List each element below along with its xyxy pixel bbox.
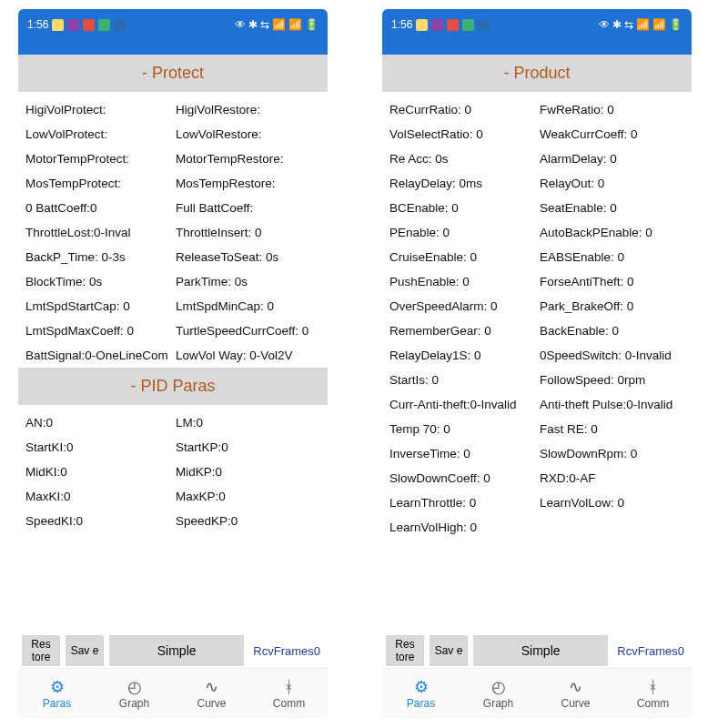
phone-right: 1:56 👁 ✱ ⇆ 📶 📶 🔋 - Product ReCurrRatio: … [382, 9, 692, 719]
param-cell[interactable]: SlowDownCoeff: 0 [389, 466, 534, 490]
param-cell[interactable]: BlockTime: 0s [25, 269, 170, 294]
param-cell[interactable]: ThrottleLost:0-Inval [25, 220, 170, 245]
param-cell[interactable]: LowVol Way: 0-Vol2V [176, 343, 320, 368]
gear-icon: ⚙ [50, 679, 65, 695]
signal-icon: 📶 [636, 18, 650, 31]
param-cell[interactable]: WeakCurrCoeff: 0 [540, 122, 684, 147]
param-cell[interactable]: LmtSpdStartCap: 0 [25, 294, 170, 318]
restore-button[interactable]: Res tore [22, 635, 60, 666]
param-cell[interactable]: RelayDelay1S: 0 [389, 343, 534, 368]
nav-paras[interactable]: ⚙ Paras [18, 669, 96, 719]
bluetooth-icon: ᚼ [648, 679, 658, 695]
param-cell[interactable]: FwReRatio: 0 [540, 97, 684, 122]
param-cell[interactable]: SeatEnable: 0 [540, 196, 684, 220]
notif-icon [52, 19, 64, 31]
param-cell[interactable]: RelayOut: 0 [540, 171, 684, 196]
nav-graph[interactable]: ◴ Graph [460, 669, 537, 719]
param-cell[interactable]: MaxKI:0 [25, 484, 170, 509]
param-cell[interactable]: AlarmDelay: 0 [540, 147, 684, 171]
param-cell[interactable]: StartKI:0 [25, 435, 170, 460]
param-cell[interactable]: LearnVolHigh: 0 [389, 515, 534, 540]
nav-curve[interactable]: ∿ Curve [537, 669, 614, 719]
param-cell[interactable]: Anti-theft Pulse:0-Invalid [540, 392, 684, 417]
notif-icon [416, 19, 428, 31]
param-cell[interactable]: LearnVolLow: 0 [540, 490, 684, 515]
param-cell[interactable]: MidKI:0 [25, 460, 170, 484]
param-cell[interactable]: MidKP:0 [176, 460, 320, 484]
param-cell[interactable]: AutoBackPEnable: 0 [540, 220, 684, 245]
param-cell[interactable]: RelayDelay: 0ms [389, 171, 534, 196]
param-cell[interactable]: LmtSpdMinCap: 0 [176, 294, 320, 318]
param-cell[interactable]: LM:0 [176, 410, 320, 435]
param-cell[interactable]: EABSEnable: 0 [540, 245, 684, 269]
param-cell[interactable]: HigiVolRestore: [176, 97, 320, 122]
notif-icon [431, 19, 443, 31]
param-cell[interactable]: LearnThrottle: 0 [389, 490, 534, 515]
param-cell[interactable]: BackP_Time: 0-3s [25, 245, 170, 269]
param-cell[interactable]: StartKP:0 [176, 435, 320, 460]
param-cell[interactable]: MotorTempProtect: [25, 147, 170, 171]
wifi-icon: ⇆ [624, 18, 633, 31]
param-cell[interactable]: PushEnable: 0 [389, 269, 534, 294]
param-cell[interactable]: CruiseEnable: 0 [389, 245, 534, 269]
param-cell[interactable]: AN:0 [25, 410, 170, 435]
param-cell[interactable] [540, 515, 684, 540]
wave-icon: ∿ [569, 679, 582, 695]
param-cell[interactable]: Fast RE: 0 [540, 417, 684, 441]
param-cell[interactable]: Park_BrakeOff: 0 [540, 294, 684, 318]
section-header-protect: - Protect [18, 55, 328, 92]
param-cell[interactable]: RememberGear: 0 [389, 318, 534, 343]
param-cell[interactable]: TurtleSpeedCurrCoeff: 0 [176, 318, 320, 343]
param-cell[interactable]: FollowSpeed: 0rpm [540, 368, 684, 392]
param-cell[interactable]: SpeedKP:0 [176, 509, 320, 533]
param-cell[interactable]: ThrottleInsert: 0 [176, 220, 320, 245]
param-cell[interactable]: ReCurrRatio: 0 [389, 97, 534, 122]
param-cell[interactable]: RXD:0-AF [540, 466, 684, 490]
nav-comm[interactable]: ᚼ Comm [250, 669, 328, 719]
param-cell[interactable]: LmtSpdMaxCoeff: 0 [25, 318, 170, 343]
param-cell[interactable]: PEnable: 0 [389, 220, 534, 245]
save-button[interactable]: Sav e [430, 635, 468, 666]
param-cell[interactable]: MotorTempRestore: [176, 147, 320, 171]
nav-curve[interactable]: ∿ Curve [173, 669, 250, 719]
param-cell[interactable]: SlowDownRpm: 0 [540, 441, 684, 466]
param-cell[interactable]: MosTempRestore: [176, 171, 320, 196]
param-cell[interactable]: SpeedKI:0 [25, 509, 170, 533]
phone-left: 1:56 👁 ✱ ⇆ 📶 📶 🔋 - Protect HigiVolProtec… [18, 9, 328, 719]
nav-paras[interactable]: ⚙ Paras [382, 669, 460, 719]
save-button[interactable]: Sav e [66, 635, 104, 666]
param-cell[interactable]: Full BattCoeff: [176, 196, 320, 220]
param-cell[interactable]: LowVolRestore: [176, 122, 320, 147]
param-cell[interactable]: BackEnable: 0 [540, 318, 684, 343]
param-cell[interactable]: InverseTime: 0 [389, 441, 534, 466]
nav-comm[interactable]: ᚼ Comm [614, 669, 692, 719]
param-cell[interactable]: VolSelectRatio: 0 [389, 122, 534, 147]
param-cell[interactable]: Curr-Anti-theft:0-Invalid [389, 392, 534, 417]
param-cell[interactable]: 0SpeedSwitch: 0-Invalid [540, 343, 684, 368]
more-icon [478, 19, 490, 31]
param-cell[interactable]: OverSpeedAlarm: 0 [389, 294, 534, 318]
param-cell[interactable]: Re Acc: 0s [389, 147, 534, 171]
param-cell[interactable]: BattSignal:0-OneLineCom [25, 343, 170, 368]
protect-params[interactable]: HigiVolProtect:HigiVolRestore:LowVolProt… [18, 92, 328, 368]
nav-graph[interactable]: ◴ Graph [96, 669, 173, 719]
param-cell[interactable]: StartIs: 0 [389, 368, 534, 392]
param-cell[interactable]: LowVolProtect: [25, 122, 170, 147]
param-cell[interactable]: MosTempProtect: [25, 171, 170, 196]
param-cell[interactable]: MaxKP:0 [176, 484, 320, 509]
param-cell[interactable]: Temp 70: 0 [389, 417, 534, 441]
status-time: 1:56 [27, 18, 48, 31]
param-cell[interactable]: ReleaseToSeat: 0s [176, 245, 320, 269]
param-cell[interactable]: ForseAntiTheft: 0 [540, 269, 684, 294]
product-params[interactable]: ReCurrRatio: 0FwReRatio: 0VolSelectRatio… [382, 92, 692, 632]
restore-button[interactable]: Res tore [386, 635, 424, 666]
simple-button[interactable]: Simple [473, 635, 608, 666]
chat-icon [98, 19, 110, 31]
rcv-frames-label: RcvFrames0 [613, 644, 688, 658]
simple-button[interactable]: Simple [109, 635, 244, 666]
param-cell[interactable]: 0 BattCoeff:0 [25, 196, 170, 220]
param-cell[interactable]: HigiVolProtect: [25, 97, 170, 122]
pid-params[interactable]: AN:0LM:0StartKI:0StartKP:0MidKI:0MidKP:0… [18, 405, 328, 632]
param-cell[interactable]: BCEnable: 0 [389, 196, 534, 220]
param-cell[interactable]: ParkTime: 0s [176, 269, 320, 294]
